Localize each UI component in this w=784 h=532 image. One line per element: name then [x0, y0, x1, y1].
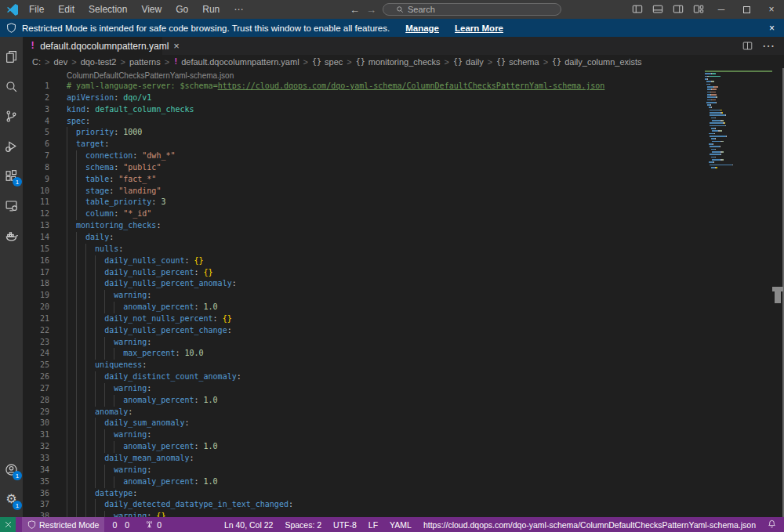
sidebar-item-run-debug[interactable]	[0, 131, 23, 161]
code-line[interactable]: 32anomaly_percent: 1.0	[23, 441, 784, 453]
code-line[interactable]: 38warning: {}	[23, 511, 784, 517]
breadcrumb-item-patterns[interactable]: patterns	[129, 57, 161, 67]
status-eol[interactable]: LF	[368, 520, 378, 530]
status-cursor-position[interactable]: Ln 40, Col 22	[224, 520, 273, 530]
tab-close-icon[interactable]: ×	[173, 40, 180, 52]
code-line[interactable]: 4spec:	[23, 116, 784, 128]
code-line[interactable]: 23warning:	[23, 337, 784, 349]
code-line[interactable]: 21daily_not_nulls_percent: {}	[23, 313, 784, 325]
code-line[interactable]: 8schema: "public"	[23, 162, 784, 174]
scrollbar-thumb-handle[interactable]	[775, 291, 781, 303]
sidebar-item-extensions[interactable]: 1	[0, 161, 23, 190]
menu-more[interactable]: ⋯	[227, 0, 250, 19]
sidebar-item-remote-explorer[interactable]	[0, 190, 23, 220]
breadcrumb-item-C[interactable]: C:	[32, 57, 41, 67]
code-line[interactable]: 37daily_detected_datatype_in_text_change…	[23, 499, 784, 511]
minimap[interactable]	[705, 71, 775, 188]
code-line[interactable]: 31warning:	[23, 429, 784, 441]
code-line[interactable]: 25uniqueness:	[23, 360, 784, 371]
sidebar-item-search[interactable]	[0, 71, 23, 101]
code-line[interactable]: 13monitoring_checks:	[23, 220, 784, 232]
split-editor-icon[interactable]	[742, 41, 753, 51]
code-line[interactable]: 18daily_nulls_percent_anomaly:	[23, 278, 784, 290]
code-line[interactable]: 3kind: default_column_checks	[23, 104, 784, 116]
code-line[interactable]: 19warning:	[23, 290, 784, 302]
more-actions-icon[interactable]: ⋯	[762, 38, 775, 53]
code-line[interactable]: 1# yaml-language-server: $schema=https:/…	[23, 81, 784, 92]
minimize-button[interactable]: ─	[709, 0, 734, 19]
accounts-button[interactable]: 1	[0, 454, 23, 484]
settings-button[interactable]: ⚙ 1	[0, 484, 23, 514]
breadcrumb-item-spec[interactable]: {}spec	[312, 57, 343, 67]
nav-back-button[interactable]: ←	[350, 4, 360, 16]
banner-close-icon[interactable]: ×	[769, 23, 775, 34]
breadcrumb-item-daily[interactable]: {}daily	[453, 57, 484, 67]
restricted-mode-status[interactable]: Restricted Mode	[22, 517, 104, 532]
command-center-search[interactable]: Search	[383, 3, 561, 16]
code-line[interactable]: 36datatype:	[23, 488, 784, 500]
code-line[interactable]: 20anomaly_percent: 1.0	[23, 302, 784, 313]
indent-guide	[95, 418, 104, 429]
sidebar-item-explorer[interactable]	[0, 42, 23, 71]
code-line[interactable]: 27warning:	[23, 383, 784, 395]
menu-view[interactable]: View	[134, 0, 169, 19]
breadcrumb-item-dev[interactable]: dev	[53, 57, 67, 67]
code-line[interactable]: 26daily_distinct_count_anomaly:	[23, 371, 784, 383]
code-line[interactable]: 17daily_nulls_percent: {}	[23, 267, 784, 279]
error-count: 0	[112, 520, 117, 530]
notifications-bell-button[interactable]	[768, 519, 776, 530]
sidebar-item-docker[interactable]	[0, 220, 23, 250]
code-line[interactable]: 9table: "fact_*"	[23, 174, 784, 186]
status-indentation[interactable]: Spaces: 2	[285, 520, 321, 530]
customize-layout-button[interactable]	[688, 0, 709, 19]
indent-guide	[85, 325, 95, 337]
menu-file[interactable]: File	[22, 0, 51, 19]
code-line[interactable]: 7connection: "dwh_*"	[23, 150, 784, 162]
code-line[interactable]: 24max_percent: 10.0	[23, 348, 784, 360]
menu-go[interactable]: Go	[169, 0, 195, 19]
breadcrumb-item-daily_column_exists[interactable]: {}daily_column_exists	[552, 57, 641, 67]
status-schema-url[interactable]: https://cloud.dqops.com/dqo-yaml-schema/…	[423, 520, 756, 530]
breadcrumb-item-monitoring_checks[interactable]: {}monitoring_checks	[356, 57, 441, 67]
code-line[interactable]: 14daily:	[23, 232, 784, 244]
sidebar-item-source-control[interactable]	[0, 101, 23, 131]
tab-default-dqocolumnpattern-yaml[interactable]: ! default.dqocolumnpattern.yaml ×	[23, 37, 162, 55]
code-line[interactable]: 30daily_sum_anomaly:	[23, 418, 784, 429]
menu-run[interactable]: Run	[195, 0, 227, 19]
breadcrumb-item-defaultdqocolumnpatternyaml[interactable]: !default.dqocolumnpattern.yaml	[173, 57, 299, 67]
breadcrumb-item-dqo-test2[interactable]: dqo-test2	[81, 57, 117, 67]
remote-indicator[interactable]	[0, 517, 16, 532]
code-line[interactable]: 29anomaly:	[23, 407, 784, 418]
close-window-button[interactable]: ×	[759, 0, 784, 19]
code-line[interactable]: 10stage: "landing"	[23, 186, 784, 197]
code-line[interactable]: 34warning:	[23, 465, 784, 476]
code-line[interactable]: 12column: "*_id"	[23, 208, 784, 220]
toggle-secondary-sidebar-button[interactable]	[668, 0, 688, 19]
status-encoding[interactable]: UTF-8	[333, 520, 357, 530]
problems-status[interactable]: 0 0	[104, 520, 135, 530]
nav-forward-button[interactable]: →	[366, 4, 376, 16]
toggle-primary-sidebar-button[interactable]	[627, 0, 648, 19]
code-line[interactable]: 28anomaly_percent: 1.0	[23, 395, 784, 407]
code-line[interactable]: 16daily_nulls_count: {}	[23, 255, 784, 267]
toggle-panel-button[interactable]	[648, 0, 668, 19]
code-line[interactable]: 22daily_nulls_percent_change:	[23, 325, 784, 337]
code-line[interactable]: 15nulls:	[23, 244, 784, 255]
code-line[interactable]: 6target:	[23, 139, 784, 150]
editor-pane[interactable]: ColumnDefaultChecksPatternYaml-schema.js…	[23, 68, 784, 517]
breadcrumb-item-schema[interactable]: {}schema	[496, 57, 539, 67]
code-line[interactable]: 11table_priority: 3	[23, 197, 784, 208]
learn-more-link[interactable]: Learn More	[455, 24, 503, 33]
maximize-button[interactable]	[734, 0, 759, 19]
line-content: warning:	[67, 429, 151, 441]
code-line[interactable]: 2apiVersion: dqo/v1	[23, 92, 784, 104]
code-line[interactable]: 5priority: 1000	[23, 127, 784, 139]
menu-edit[interactable]: Edit	[51, 0, 82, 19]
code-line[interactable]: 35anomaly_percent: 1.0	[23, 476, 784, 488]
code-line[interactable]: 33daily_mean_anomaly:	[23, 453, 784, 465]
menu-selection[interactable]: Selection	[82, 0, 134, 19]
ports-status[interactable]: 0	[140, 517, 167, 532]
manage-link[interactable]: Manage	[405, 24, 439, 33]
status-language-mode[interactable]: YAML	[390, 520, 412, 530]
code-area[interactable]: 1# yaml-language-server: $schema=https:/…	[23, 81, 784, 517]
